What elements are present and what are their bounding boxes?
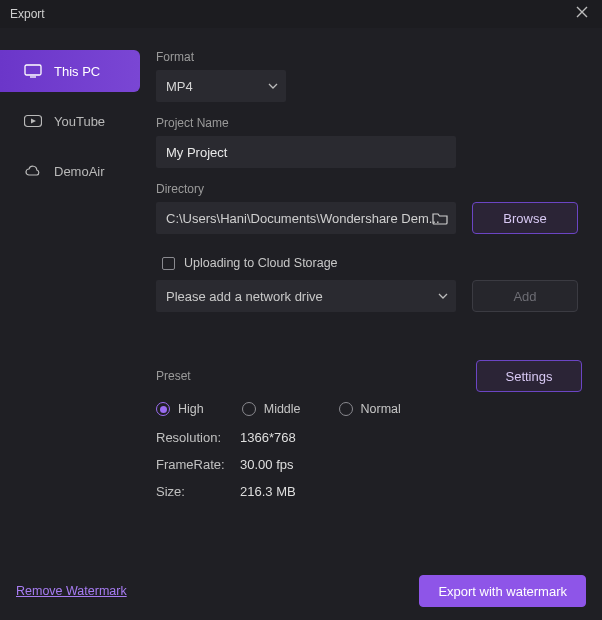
chevron-down-icon xyxy=(268,81,278,91)
content-area: This PC YouTube DemoAir Format MP4 xyxy=(0,28,602,572)
sidebar-item-label: This PC xyxy=(54,64,100,79)
preset-radio-normal[interactable]: Normal xyxy=(339,402,401,416)
network-drive-placeholder: Please add a network drive xyxy=(166,289,323,304)
framerate-label: FrameRate: xyxy=(156,457,228,472)
directory-path: C:\Users\Hani\Documents\Wondershare Dem.… xyxy=(166,211,440,226)
add-drive-label: Add xyxy=(513,289,536,304)
settings-button[interactable]: Settings xyxy=(476,360,582,392)
remove-watermark-link[interactable]: Remove Watermark xyxy=(16,584,127,598)
window-title: Export xyxy=(10,7,45,21)
preset-label: Preset xyxy=(156,369,191,383)
folder-icon[interactable] xyxy=(432,211,448,225)
footer: Remove Watermark Export with watermark xyxy=(0,572,602,620)
size-value: 216.3 MB xyxy=(240,484,296,499)
preset-radio-middle[interactable]: Middle xyxy=(242,402,301,416)
monitor-icon xyxy=(24,64,42,78)
add-drive-button: Add xyxy=(472,280,578,312)
cloud-icon xyxy=(24,164,42,178)
format-select[interactable]: MP4 xyxy=(156,70,286,102)
preset-info: Resolution: 1366*768 FrameRate: 30.00 fp… xyxy=(156,430,582,499)
close-icon[interactable] xyxy=(576,6,592,22)
project-name-input[interactable] xyxy=(166,145,446,160)
settings-button-label: Settings xyxy=(506,369,553,384)
format-label: Format xyxy=(156,50,582,64)
sidebar-item-label: YouTube xyxy=(54,114,105,129)
format-value: MP4 xyxy=(166,79,193,94)
preset-radio-label: High xyxy=(178,402,204,416)
radio-dot-icon xyxy=(156,402,170,416)
sidebar-item-youtube[interactable]: YouTube xyxy=(0,100,140,142)
network-drive-select[interactable]: Please add a network drive xyxy=(156,280,456,312)
upload-cloud-checkbox[interactable] xyxy=(162,257,175,270)
preset-section: Preset Settings High Middle Normal xyxy=(156,360,582,499)
preset-radio-label: Normal xyxy=(361,402,401,416)
radio-dot-icon xyxy=(339,402,353,416)
radio-dot-icon xyxy=(242,402,256,416)
upload-cloud-row: Uploading to Cloud Storage xyxy=(156,248,582,278)
sidebar-item-demoair[interactable]: DemoAir xyxy=(0,150,140,192)
preset-radios: High Middle Normal xyxy=(156,402,582,416)
resolution-label: Resolution: xyxy=(156,430,228,445)
project-name-field: Project Name xyxy=(156,116,582,168)
titlebar: Export xyxy=(0,0,602,28)
svg-rect-0 xyxy=(25,65,41,75)
upload-cloud-label: Uploading to Cloud Storage xyxy=(184,256,338,270)
export-button-label: Export with watermark xyxy=(438,584,567,599)
preset-radio-high[interactable]: High xyxy=(156,402,204,416)
sidebar-item-label: DemoAir xyxy=(54,164,105,179)
format-field: Format MP4 xyxy=(156,50,582,102)
export-button[interactable]: Export with watermark xyxy=(419,575,586,607)
sidebar-item-this-pc[interactable]: This PC xyxy=(0,50,140,92)
directory-input[interactable]: C:\Users\Hani\Documents\Wondershare Dem.… xyxy=(156,202,456,234)
browse-button-label: Browse xyxy=(503,211,546,226)
browse-button[interactable]: Browse xyxy=(472,202,578,234)
framerate-value: 30.00 fps xyxy=(240,457,294,472)
directory-label: Directory xyxy=(156,182,582,196)
main-panel: Format MP4 Project Name Directory C:\Use… xyxy=(140,28,602,572)
directory-field: Directory C:\Users\Hani\Documents\Wonder… xyxy=(156,182,582,234)
resolution-value: 1366*768 xyxy=(240,430,296,445)
project-name-label: Project Name xyxy=(156,116,582,130)
preset-radio-label: Middle xyxy=(264,402,301,416)
project-name-input-wrap xyxy=(156,136,456,168)
size-label: Size: xyxy=(156,484,228,499)
sidebar: This PC YouTube DemoAir xyxy=(0,28,140,572)
youtube-icon xyxy=(24,114,42,128)
chevron-down-icon xyxy=(438,291,448,301)
